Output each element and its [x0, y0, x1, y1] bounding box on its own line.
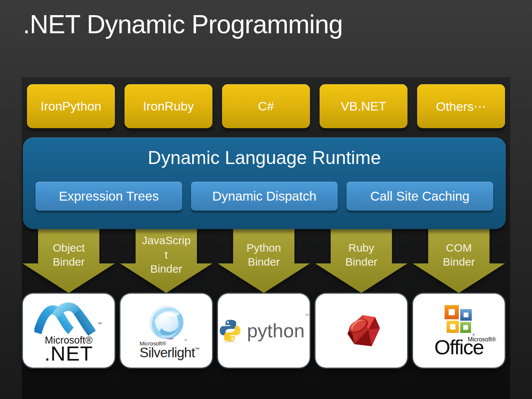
language-label: IronRuby: [143, 99, 194, 113]
binder-arrow-javascript: JavaScriptBinder: [120, 226, 212, 293]
dlr-component-label: Expression Trees: [59, 189, 158, 204]
binder-label: ObjectBinder: [23, 226, 115, 283]
binder-label: COMBinder: [413, 226, 505, 283]
platform-box-python: python™: [218, 294, 310, 368]
python-snakes-icon: [218, 318, 242, 343]
dotnet-swoosh-icon: ™: [34, 298, 103, 336]
platform-box-silverlight: ™ Microsoft® Silverlight™: [120, 294, 212, 368]
binder-arrow-python: PythonBinder: [218, 226, 310, 293]
language-box-ironruby: IronRuby: [125, 84, 212, 128]
binder-label: JavaScriptBinder: [120, 226, 212, 283]
dlr-component-row: Expression Trees Dynamic Dispatch Call S…: [23, 182, 506, 211]
binder-arrow-object: ObjectBinder: [23, 226, 115, 293]
python-logo: python™: [218, 318, 309, 343]
platform-box-ruby: [316, 294, 407, 368]
slide-title: .NET Dynamic Programming: [23, 10, 343, 39]
diagram-panel: IronPython IronRuby C# VB.NET Others⋯ Dy…: [22, 77, 510, 399]
binder-arrow-com: COMBinder: [413, 226, 505, 293]
language-label: Others⋯: [436, 99, 486, 114]
dlr-component-dynamic-dispatch: Dynamic Dispatch: [191, 182, 338, 211]
silverlight-orb-icon: ™: [144, 303, 188, 344]
language-row: IronPython IronRuby C# VB.NET Others⋯: [22, 84, 510, 128]
language-box-ironpython: IronPython: [27, 84, 115, 128]
dotnet-product-text: .NET: [44, 343, 93, 364]
office-logo: ® Office Microsoft®: [434, 304, 483, 358]
dotnet-logo: ™ Microsoft® .NET: [34, 298, 103, 364]
language-label: VB.NET: [341, 99, 386, 113]
binder-label: PythonBinder: [218, 226, 310, 283]
dlr-component-label: Dynamic Dispatch: [212, 189, 316, 204]
office-squares-icon: ®: [442, 304, 476, 338]
dlr-box: Dynamic Language Runtime Expression Tree…: [23, 137, 506, 229]
dlr-component-label: Call Site Caching: [370, 189, 469, 204]
language-label: C#: [258, 99, 274, 113]
silverlight-text: Microsoft® Silverlight™: [140, 340, 200, 359]
svg-text:™: ™: [98, 321, 102, 326]
language-box-csharp: C#: [222, 84, 310, 128]
platform-box-dotnet: ™ Microsoft® .NET: [23, 294, 115, 368]
dlr-component-call-site-caching: Call Site Caching: [347, 182, 493, 211]
language-label: IronPython: [41, 99, 101, 113]
dlr-component-expression-trees: Expression Trees: [35, 182, 182, 211]
binder-label: RubyBinder: [315, 226, 407, 283]
dlr-title: Dynamic Language Runtime: [23, 147, 506, 168]
language-box-vbnet: VB.NET: [320, 84, 407, 128]
office-text: Office Microsoft®: [434, 337, 483, 358]
language-box-others: Others⋯: [417, 84, 505, 128]
ruby-gem-icon: [341, 311, 382, 350]
silverlight-logo: ™ Microsoft® Silverlight™: [133, 303, 200, 359]
binder-arrow-ruby: RubyBinder: [315, 226, 407, 293]
silverlight-product-text: Silverlight: [140, 345, 195, 360]
platform-box-office: ® Office Microsoft®: [413, 294, 505, 368]
office-brand-text: Microsoft®: [468, 336, 496, 343]
python-wordmark: python™: [247, 320, 309, 342]
